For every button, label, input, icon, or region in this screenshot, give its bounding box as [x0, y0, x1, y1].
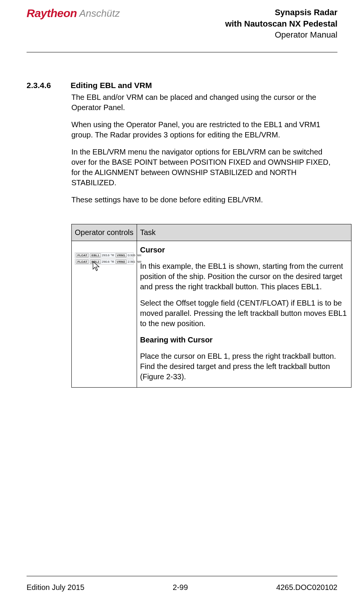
doc-title-2: with Nautoscan NX Pedestal: [225, 18, 337, 30]
ebl2-bearing: 290.6: [102, 260, 110, 263]
logo: Raytheon Anschütz: [27, 7, 120, 20]
paragraph-4: These settings have to be done before ed…: [71, 195, 337, 205]
cell-task: Cursor In this example, the EBL1 is show…: [137, 241, 351, 388]
footer-page-number: 2-99: [173, 583, 188, 592]
vrm1-range: 0.926: [128, 254, 136, 257]
vrm1-unit: NM: [137, 254, 141, 257]
section-heading: 2.3.4.6 Editing EBL and VRM: [27, 81, 337, 90]
task-heading-cursor: Cursor: [140, 245, 348, 255]
table-row: FLOAT EBL1 293.6 °R VRM1 0.926 NM FLOAT …: [72, 241, 351, 388]
doc-title-3: Operator Manual: [225, 29, 337, 41]
vrm1-button[interactable]: VRM1: [115, 253, 127, 257]
float-button-2[interactable]: FLOAT: [76, 260, 89, 264]
task-table: Operator controls Task FLOAT EBL1 293.6 …: [71, 224, 351, 388]
footer-edition: Edition July 2015: [27, 583, 84, 592]
float-button-1[interactable]: FLOAT: [76, 253, 89, 257]
svg-marker-0: [93, 262, 99, 271]
task-paragraph-3: Place the cursor on EBL 1, press the rig…: [140, 351, 348, 382]
logo-anschutz-text: Anschütz: [79, 8, 120, 19]
task-paragraph-1: In this example, the EBL1 is shown, star…: [140, 261, 348, 292]
cell-operator-controls: FLOAT EBL1 293.6 °R VRM1 0.926 NM FLOAT …: [72, 241, 137, 388]
doc-title-1: Synapsis Radar: [225, 7, 337, 18]
ebl-vrm-row-1: FLOAT EBL1 293.6 °R VRM1 0.926 NM: [75, 252, 134, 258]
ebl1-bearing: 293.6: [102, 254, 110, 257]
table-header-task: Task: [137, 224, 351, 241]
logo-raytheon-text: Raytheon: [27, 7, 77, 20]
vrm2-button[interactable]: VRM2: [115, 260, 127, 264]
page-content: 2.3.4.6 Editing EBL and VRM The EBL and/…: [27, 52, 337, 388]
ebl1-bearing-unit: °R: [111, 254, 114, 257]
task-paragraph-2: Select the Offset toggle field (CENT/FLO…: [140, 298, 348, 329]
ebl2-bearing-unit: °R: [111, 260, 114, 263]
ebl1-button[interactable]: EBL1: [90, 253, 101, 257]
table-header-row: Operator controls Task: [72, 224, 351, 241]
header-titles: Synapsis Radar with Nautoscan NX Pedesta…: [225, 7, 337, 41]
section-number: 2.3.4.6: [27, 81, 57, 90]
paragraph-2: When using the Operator Panel, you are r…: [71, 120, 337, 140]
page-footer: Edition July 2015 2-99 4265.DOC020102: [27, 576, 337, 592]
task-heading-bearing: Bearing with Cursor: [140, 335, 348, 345]
body-text: The EBL and/or VRM can be placed and cha…: [71, 92, 337, 205]
ebl-vrm-row-2: FLOAT EBL2 290.6 °R VRM2 2.561 NM: [75, 259, 134, 265]
footer-doc-id: 4265.DOC020102: [276, 583, 337, 592]
table-header-operator-controls: Operator controls: [72, 224, 137, 241]
page-header: Raytheon Anschütz Synapsis Radar with Na…: [27, 7, 337, 52]
paragraph-1: The EBL and/or VRM can be placed and cha…: [71, 92, 337, 113]
paragraph-3: In the EBL/VRM menu the navigator option…: [71, 147, 337, 188]
vrm2-range: 2.561: [128, 260, 136, 263]
vrm2-unit: NM: [137, 260, 141, 263]
operator-panel-screenshot: FLOAT EBL1 293.6 °R VRM1 0.926 NM FLOAT …: [75, 252, 134, 265]
section-title: Editing EBL and VRM: [71, 81, 152, 90]
cursor-arrow-icon: [90, 261, 101, 272]
